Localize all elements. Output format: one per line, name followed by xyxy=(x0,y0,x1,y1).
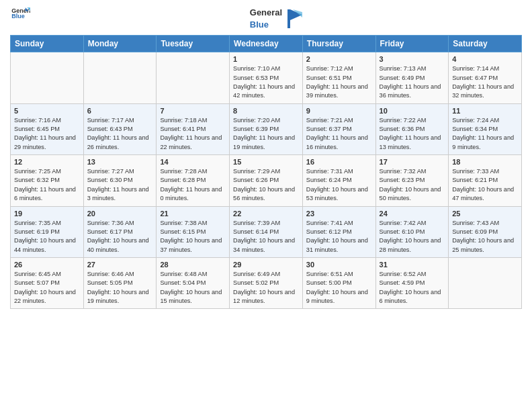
day-number: 14 xyxy=(160,158,226,166)
day-number: 20 xyxy=(87,210,153,218)
day-number: 4 xyxy=(452,55,518,63)
day-number: 28 xyxy=(160,261,226,269)
day-number: 30 xyxy=(306,261,372,269)
calendar-cell: 7Sunrise: 7:18 AMSunset: 6:41 PMDaylight… xyxy=(157,103,230,154)
calendar-cell: 15Sunrise: 7:29 AMSunset: 6:26 PMDayligh… xyxy=(230,155,303,206)
day-info: Sunrise: 7:17 AMSunset: 6:43 PMDaylight:… xyxy=(87,116,153,152)
day-info: Sunrise: 7:18 AMSunset: 6:41 PMDaylight:… xyxy=(160,116,226,152)
calendar-cell: 3Sunrise: 7:13 AMSunset: 6:49 PMDaylight… xyxy=(375,52,449,103)
calendar-body: 1Sunrise: 7:10 AMSunset: 6:53 PMDaylight… xyxy=(11,52,522,309)
col-header-wednesday: Wednesday xyxy=(230,36,303,52)
calendar-header-row: SundayMondayTuesdayWednesdayThursdayFrid… xyxy=(11,36,522,52)
calendar-cell: 30Sunrise: 6:51 AMSunset: 5:00 PMDayligh… xyxy=(302,257,375,308)
calendar-cell: 18Sunrise: 7:33 AMSunset: 6:21 PMDayligh… xyxy=(449,155,522,206)
day-number: 12 xyxy=(14,158,80,166)
day-info: Sunrise: 7:25 AMSunset: 6:32 PMDaylight:… xyxy=(14,167,80,203)
day-info: Sunrise: 7:42 AMSunset: 6:10 PMDaylight:… xyxy=(380,219,445,255)
calendar-cell: 23Sunrise: 7:41 AMSunset: 6:12 PMDayligh… xyxy=(302,206,375,257)
day-number: 27 xyxy=(87,261,153,269)
calendar-cell: 12Sunrise: 7:25 AMSunset: 6:32 PMDayligh… xyxy=(11,155,84,206)
logo-icon: General Blue xyxy=(10,7,30,19)
calendar-cell: 25Sunrise: 7:43 AMSunset: 6:09 PMDayligh… xyxy=(449,206,522,257)
day-info: Sunrise: 7:14 AMSunset: 6:47 PMDaylight:… xyxy=(452,64,518,100)
day-number: 13 xyxy=(87,158,153,166)
day-number: 16 xyxy=(306,158,372,166)
day-info: Sunrise: 6:45 AMSunset: 5:07 PMDaylight:… xyxy=(14,270,80,306)
day-number: 8 xyxy=(233,107,299,115)
calendar-week-row: 1Sunrise: 7:10 AMSunset: 6:53 PMDaylight… xyxy=(11,52,522,103)
calendar-cell: 13Sunrise: 7:27 AMSunset: 6:30 PMDayligh… xyxy=(83,155,157,206)
calendar-cell: 19Sunrise: 7:35 AMSunset: 6:19 PMDayligh… xyxy=(11,206,84,257)
calendar-cell: 6Sunrise: 7:17 AMSunset: 6:43 PMDaylight… xyxy=(83,103,157,154)
calendar-cell: 11Sunrise: 7:24 AMSunset: 6:34 PMDayligh… xyxy=(449,103,522,154)
calendar-table: SundayMondayTuesdayWednesdayThursdayFrid… xyxy=(10,35,522,309)
calendar-cell: 8Sunrise: 7:20 AMSunset: 6:39 PMDaylight… xyxy=(230,103,303,154)
calendar-cell: 24Sunrise: 7:42 AMSunset: 6:10 PMDayligh… xyxy=(375,206,449,257)
day-info: Sunrise: 7:22 AMSunset: 6:36 PMDaylight:… xyxy=(380,116,445,152)
day-number: 23 xyxy=(306,210,372,218)
calendar-week-row: 12Sunrise: 7:25 AMSunset: 6:32 PMDayligh… xyxy=(11,155,522,206)
header: General Blue General Blue xyxy=(10,7,522,31)
col-header-sunday: Sunday xyxy=(11,36,84,52)
day-number: 6 xyxy=(87,107,153,115)
calendar-cell: 10Sunrise: 7:22 AMSunset: 6:36 PMDayligh… xyxy=(375,103,449,154)
day-info: Sunrise: 7:12 AMSunset: 6:51 PMDaylight:… xyxy=(306,64,372,100)
calendar-cell: 2Sunrise: 7:12 AMSunset: 6:51 PMDaylight… xyxy=(302,52,375,103)
calendar-cell: 22Sunrise: 7:39 AMSunset: 6:14 PMDayligh… xyxy=(230,206,303,257)
day-info: Sunrise: 7:43 AMSunset: 6:09 PMDaylight:… xyxy=(452,219,518,255)
day-number: 15 xyxy=(233,158,299,166)
svg-rect-6 xyxy=(287,9,290,28)
day-number: 26 xyxy=(14,261,80,269)
day-number: 5 xyxy=(14,107,80,115)
calendar-cell: 1Sunrise: 7:10 AMSunset: 6:53 PMDaylight… xyxy=(230,52,303,103)
day-info: Sunrise: 7:38 AMSunset: 6:15 PMDaylight:… xyxy=(160,219,226,255)
col-header-saturday: Saturday xyxy=(449,36,522,52)
day-info: Sunrise: 7:10 AMSunset: 6:53 PMDaylight:… xyxy=(233,64,299,100)
calendar-cell: 26Sunrise: 6:45 AMSunset: 5:07 PMDayligh… xyxy=(11,257,84,308)
calendar-week-row: 5Sunrise: 7:16 AMSunset: 6:45 PMDaylight… xyxy=(11,103,522,154)
col-header-tuesday: Tuesday xyxy=(157,36,230,52)
day-number: 11 xyxy=(452,107,518,115)
calendar-cell xyxy=(449,257,522,308)
day-number: 9 xyxy=(306,107,372,115)
day-info: Sunrise: 7:20 AMSunset: 6:39 PMDaylight:… xyxy=(233,116,299,152)
calendar-week-row: 19Sunrise: 7:35 AMSunset: 6:19 PMDayligh… xyxy=(11,206,522,257)
day-info: Sunrise: 7:32 AMSunset: 6:23 PMDaylight:… xyxy=(380,167,445,203)
day-number: 22 xyxy=(233,210,299,218)
day-info: Sunrise: 6:49 AMSunset: 5:02 PMDaylight:… xyxy=(233,270,299,306)
calendar-cell: 20Sunrise: 7:36 AMSunset: 6:17 PMDayligh… xyxy=(83,206,157,257)
logo-blue-text: Blue xyxy=(250,19,269,30)
day-number: 17 xyxy=(380,158,445,166)
day-number: 24 xyxy=(380,210,445,218)
calendar-cell: 29Sunrise: 6:49 AMSunset: 5:02 PMDayligh… xyxy=(230,257,303,308)
day-info: Sunrise: 7:28 AMSunset: 6:28 PMDaylight:… xyxy=(160,167,226,203)
day-number: 1 xyxy=(233,55,299,63)
logo-flag-icon xyxy=(287,9,302,28)
day-info: Sunrise: 7:27 AMSunset: 6:30 PMDaylight:… xyxy=(87,167,153,203)
calendar-cell: 9Sunrise: 7:21 AMSunset: 6:37 PMDaylight… xyxy=(302,103,375,154)
day-info: Sunrise: 6:52 AMSunset: 4:59 PMDaylight:… xyxy=(380,270,445,306)
calendar-cell: 28Sunrise: 6:48 AMSunset: 5:04 PMDayligh… xyxy=(157,257,230,308)
day-number: 29 xyxy=(233,261,299,269)
svg-text:Blue: Blue xyxy=(11,13,25,19)
day-info: Sunrise: 7:24 AMSunset: 6:34 PMDaylight:… xyxy=(452,116,518,152)
calendar-week-row: 26Sunrise: 6:45 AMSunset: 5:07 PMDayligh… xyxy=(11,257,522,308)
calendar-cell xyxy=(157,52,230,103)
calendar-cell: 16Sunrise: 7:31 AMSunset: 6:24 PMDayligh… xyxy=(302,155,375,206)
page: General Blue General Blue Sunday xyxy=(0,0,532,411)
day-number: 19 xyxy=(14,210,80,218)
calendar-cell: 17Sunrise: 7:32 AMSunset: 6:23 PMDayligh… xyxy=(375,155,449,206)
day-number: 25 xyxy=(452,210,518,218)
day-number: 31 xyxy=(380,261,445,269)
day-number: 18 xyxy=(452,158,518,166)
day-info: Sunrise: 6:51 AMSunset: 5:00 PMDaylight:… xyxy=(306,270,372,306)
day-info: Sunrise: 7:31 AMSunset: 6:24 PMDaylight:… xyxy=(306,167,372,203)
day-info: Sunrise: 6:48 AMSunset: 5:04 PMDaylight:… xyxy=(160,270,226,306)
logo: General Blue xyxy=(10,7,30,19)
day-number: 2 xyxy=(306,55,372,63)
day-info: Sunrise: 7:33 AMSunset: 6:21 PMDaylight:… xyxy=(452,167,518,203)
day-number: 7 xyxy=(160,107,226,115)
day-number: 10 xyxy=(380,107,445,115)
calendar-cell xyxy=(11,52,84,103)
calendar-cell: 21Sunrise: 7:38 AMSunset: 6:15 PMDayligh… xyxy=(157,206,230,257)
